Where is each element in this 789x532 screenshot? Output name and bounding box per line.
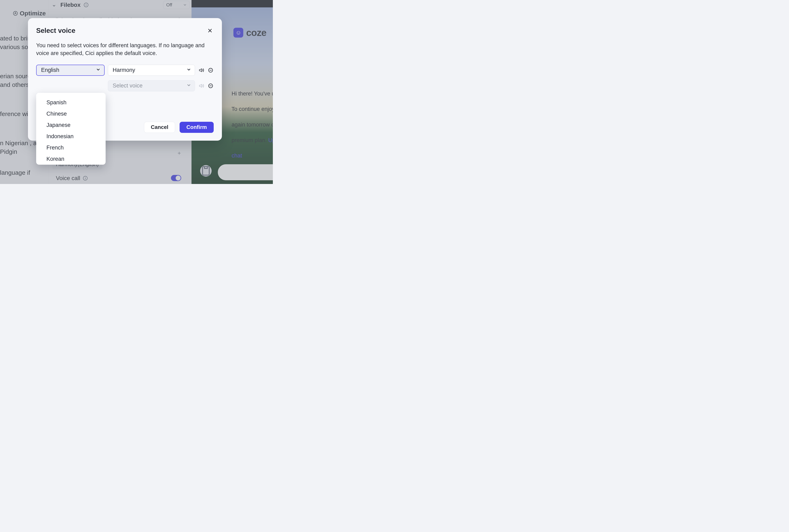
- minus-circle-icon: [208, 68, 213, 73]
- modal-header: Select voice: [36, 27, 214, 35]
- msg-line: To continue enjoying o: [232, 106, 273, 112]
- select-voice-modal: Select voice You need to select voices f…: [28, 18, 222, 141]
- voice-call-row: Voice call i: [56, 175, 88, 182]
- chat-link[interactable]: chat: [232, 153, 242, 159]
- chevron-down-icon: [52, 2, 57, 7]
- msg-line: again tomorrow or con: [232, 121, 273, 128]
- remove-row-button[interactable]: [207, 83, 214, 89]
- voice-call-label: Voice call: [56, 175, 80, 182]
- voice-dropdown-placeholder: Select voice: [113, 82, 143, 89]
- language-option[interactable]: [36, 95, 106, 97]
- chevron-down-icon: [96, 67, 100, 73]
- msg-line: premium plan.: [232, 137, 268, 143]
- modal-title: Select voice: [36, 27, 75, 35]
- remove-row-button[interactable]: [207, 67, 214, 73]
- attach-button[interactable]: [200, 165, 212, 176]
- cancel-button[interactable]: Cancel: [144, 122, 175, 133]
- filebox-state-dropdown[interactable]: Off: [163, 1, 190, 9]
- minus-circle-icon: [208, 83, 213, 89]
- coze-mark-icon: ☺: [234, 28, 243, 38]
- language-dropdown-menu[interactable]: Spanish Chinese Japanese Indonesian Fren…: [36, 93, 106, 165]
- preview-voice-button-disabled: [198, 83, 204, 89]
- close-button[interactable]: [206, 27, 214, 34]
- svg-marker-3: [199, 69, 202, 72]
- chevron-down-icon: [187, 82, 191, 89]
- language-option-japanese[interactable]: Japanese: [36, 119, 106, 131]
- optimize-nav-item[interactable]: A Optimize: [0, 6, 48, 18]
- chat-input[interactable]: [218, 164, 273, 180]
- voice-dropdown-empty[interactable]: Select voice: [108, 80, 195, 91]
- coze-logo: ☺ coze: [234, 27, 266, 38]
- optimize-label: Optimize: [20, 9, 46, 18]
- preview-message: Hi there! You've used u To continue enjo…: [222, 82, 273, 168]
- voice-call-toggle[interactable]: [171, 175, 181, 181]
- voice-dropdown[interactable]: Harmony: [108, 65, 195, 76]
- coze-wordmark: coze: [246, 27, 266, 38]
- language-option-korean[interactable]: Korean: [36, 153, 106, 165]
- preview-voice-button[interactable]: [198, 67, 204, 73]
- voice-row-1: English Harmony: [36, 65, 214, 76]
- upgrade-link[interactable]: Upgrade: [268, 137, 273, 143]
- preview-topbar: [191, 0, 273, 7]
- svg-marker-6: [199, 84, 202, 87]
- confirm-button[interactable]: Confirm: [180, 122, 214, 133]
- voice-row-2: Select voice: [36, 80, 214, 91]
- language-option-spanish[interactable]: Spanish: [36, 97, 106, 108]
- filebox-label: Filebox: [60, 2, 80, 8]
- voice-rows: English Harmony: [36, 65, 214, 91]
- language-option-indonesian[interactable]: Indonesian: [36, 131, 106, 142]
- optimize-a-icon: A: [13, 11, 18, 16]
- filebox-section-header[interactable]: Filebox i Off: [52, 0, 191, 9]
- filebox-state-label: Off: [166, 2, 172, 7]
- language-dropdown[interactable]: English: [36, 65, 105, 76]
- speaker-icon: [199, 68, 204, 73]
- speaker-icon: [199, 83, 204, 89]
- close-icon: [207, 28, 213, 33]
- bg-text-fragment: ews in that: [0, 182, 48, 184]
- msg-line: Hi there! You've used u: [232, 91, 273, 97]
- svg-rect-0: [203, 167, 209, 175]
- chevron-down-icon: [187, 67, 191, 73]
- bg-text-fragment: language if: [0, 168, 48, 177]
- language-dropdown-value: English: [41, 67, 59, 73]
- language-option-chinese[interactable]: Chinese: [36, 108, 106, 119]
- language-option-french[interactable]: French: [36, 142, 106, 153]
- info-icon[interactable]: i: [84, 3, 88, 7]
- info-icon[interactable]: i: [83, 176, 88, 180]
- modal-description: You need to select voices for different …: [36, 41, 209, 57]
- add-voice-button[interactable]: +: [178, 150, 181, 156]
- voice-dropdown-value: Harmony: [113, 67, 135, 73]
